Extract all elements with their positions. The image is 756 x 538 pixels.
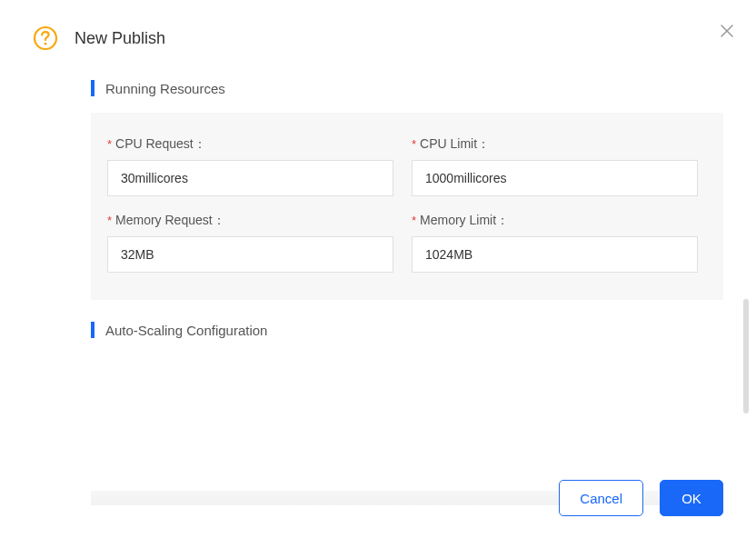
label-cpu-limit: *CPU Limit：: [412, 136, 698, 153]
cpu-request-input[interactable]: [107, 160, 393, 196]
required-mark: *: [107, 214, 112, 227]
section-running-resources-heading: Running Resources: [91, 80, 723, 96]
field-memory-limit: *Memory Limit：: [412, 213, 698, 273]
running-resources-panel: *CPU Request： *CPU Limit： *Memory Reques…: [91, 113, 723, 300]
section-title-auto-scaling: Auto-Scaling Configuration: [105, 323, 267, 338]
section-marker: [91, 322, 94, 338]
required-mark: *: [107, 137, 112, 151]
section-title-running-resources: Running Resources: [105, 81, 225, 96]
label-memory-limit: *Memory Limit：: [412, 213, 698, 229]
memory-limit-input[interactable]: [412, 236, 698, 273]
ok-button[interactable]: OK: [660, 480, 723, 516]
cancel-button[interactable]: Cancel: [559, 480, 643, 516]
label-cpu-request: *CPU Request：: [107, 136, 393, 153]
required-mark: *: [412, 137, 416, 151]
label-memory-request: *Memory Request：: [107, 213, 393, 229]
cpu-limit-input[interactable]: [412, 160, 698, 196]
field-cpu-limit: *CPU Limit：: [412, 136, 698, 196]
field-cpu-request: *CPU Request：: [107, 136, 393, 196]
required-mark: *: [412, 214, 416, 227]
dialog-title: New Publish: [75, 29, 165, 48]
scrollbar[interactable]: [743, 299, 749, 413]
field-memory-request: *Memory Request：: [107, 213, 393, 273]
memory-request-input[interactable]: [107, 236, 393, 273]
help-icon[interactable]: [33, 25, 58, 51]
close-icon[interactable]: [716, 20, 738, 42]
section-marker: [91, 80, 94, 96]
svg-point-1: [45, 43, 47, 45]
section-auto-scaling-heading: Auto-Scaling Configuration: [91, 322, 723, 338]
